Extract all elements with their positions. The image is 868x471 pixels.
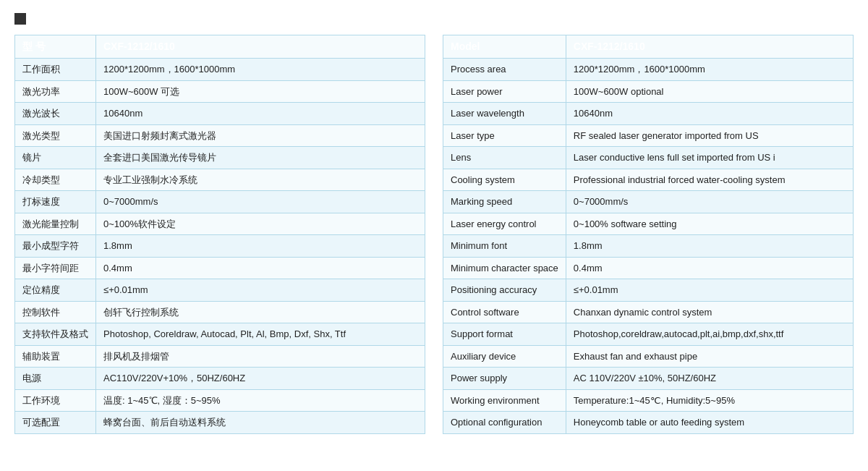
- row-value: 美国进口射频封离式激光器: [96, 124, 425, 147]
- row-label: 打标速度: [15, 191, 96, 213]
- row-value: 0.4mm: [566, 257, 853, 279]
- table-row: Process area1200*1200mm，1600*1000mm: [443, 59, 854, 81]
- table-row: 支持软件及格式Photoshop, Coreldraw, Autocad, Pl…: [15, 323, 425, 346]
- row-label: 辅助装置: [15, 345, 96, 368]
- row-label: Auxiliary device: [443, 345, 566, 368]
- row-value: Temperature:1~45℃, Humidity:5~95%: [566, 389, 853, 412]
- row-value: Photoshop,coreldraw,autocad,plt,ai,bmp,d…: [566, 323, 853, 346]
- row-label: Optional configuration: [443, 412, 566, 434]
- row-label: Laser power: [443, 80, 566, 103]
- row-label: 电源: [15, 368, 96, 390]
- row-label: 工作面积: [15, 59, 96, 81]
- table-row: Minimum character space0.4mm: [443, 257, 854, 279]
- row-value: 100W~600W 可选: [96, 80, 425, 103]
- row-value: AC110V/220V+10%，50HZ/60HZ: [96, 368, 425, 390]
- row-value: Chanxan dynamic control system: [566, 301, 853, 323]
- row-label: Lens: [443, 147, 566, 169]
- table-row: Laser typeRF sealed laser generator impo…: [443, 124, 854, 147]
- row-label: Minimum character space: [443, 257, 566, 279]
- row-label: Laser energy control: [443, 213, 566, 235]
- row-value: Honeycomb table or auto feeding system: [566, 412, 853, 434]
- table-row: 最小成型字符1.8mm: [15, 235, 425, 258]
- table-row: Positioning accuracy≤+0.01mm: [443, 279, 854, 302]
- table-row: LensLaser conductive lens full set impor…: [443, 147, 854, 169]
- row-value: 1200*1200mm，1600*1000mm: [566, 59, 853, 81]
- row-value: Laser conductive lens full set imported …: [566, 147, 853, 169]
- row-value: 0~7000mm/s: [96, 191, 425, 213]
- table-row: Optional configurationHoneycomb table or…: [443, 412, 854, 434]
- table-row: 电源AC110V/220V+10%，50HZ/60HZ: [15, 368, 425, 390]
- row-value: 1.8mm: [96, 235, 425, 258]
- row-label: 冷却类型: [15, 169, 96, 191]
- row-value: 1.8mm: [566, 235, 853, 258]
- table-row: 控制软件创轩飞行控制系统: [15, 301, 425, 323]
- row-label: Positioning accuracy: [443, 279, 566, 302]
- header-label: Model: [443, 35, 566, 59]
- table-row: 辅助装置排风机及排烟管: [15, 345, 425, 368]
- table-row: Working environmentTemperature:1~45℃, Hu…: [443, 389, 854, 412]
- row-label: 最小字符间距: [15, 257, 96, 279]
- table-row: 工作面积1200*1200mm，1600*1000mm: [15, 59, 425, 81]
- table-row: 镜片全套进口美国激光传导镜片: [15, 147, 425, 169]
- table-row: 工作环境温度: 1~45℃, 湿度：5~95%: [15, 389, 425, 412]
- row-value: 蜂窝台面、前后自动送料系统: [96, 412, 425, 434]
- row-value: 0~7000mm/s: [566, 191, 853, 213]
- table-row: 最小字符间距0.4mm: [15, 257, 425, 279]
- row-value: RF sealed laser generator imported from …: [566, 124, 853, 147]
- table-row: 激光波长10640nm: [15, 103, 425, 125]
- header-value: CXF-1212/1610: [566, 35, 853, 59]
- row-label: 激光类型: [15, 124, 96, 147]
- chinese-spec-table: 型 号CXF-1212/1610工作面积1200*1200mm，1600*100…: [14, 35, 425, 434]
- row-label: Power supply: [443, 368, 566, 390]
- row-label: Laser type: [443, 124, 566, 147]
- row-label: 激光波长: [15, 103, 96, 125]
- table-row: 打标速度0~7000mm/s: [15, 191, 425, 213]
- row-value: Professional industrial forced water-coo…: [566, 169, 853, 191]
- table-row: Minimum font1.8mm: [443, 235, 854, 258]
- page-title-row: [14, 13, 854, 25]
- table-row: 激光类型美国进口射频封离式激光器: [15, 124, 425, 147]
- title-icon: [14, 13, 26, 25]
- table-row: Auxiliary deviceExhaust fan and exhaust …: [443, 345, 854, 368]
- row-label: 可选配置: [15, 412, 96, 434]
- row-value: ≤+0.01mm: [566, 279, 853, 302]
- tables-row: 型 号CXF-1212/1610工作面积1200*1200mm，1600*100…: [14, 35, 854, 434]
- row-label: Process area: [443, 59, 566, 81]
- row-label: Minimum font: [443, 235, 566, 258]
- row-value: AC 110V/220V ±10%, 50HZ/60HZ: [566, 368, 853, 390]
- table-row: 可选配置蜂窝台面、前后自动送料系统: [15, 412, 425, 434]
- table-row: 冷却类型专业工业强制水冷系统: [15, 169, 425, 191]
- header-value: CXF-1212/1610: [96, 35, 425, 59]
- row-value: 0.4mm: [96, 257, 425, 279]
- row-value: 1200*1200mm，1600*1000mm: [96, 59, 425, 81]
- table-row: Control softwareChanxan dynamic control …: [443, 301, 854, 323]
- row-label: Control software: [443, 301, 566, 323]
- row-label: Laser wavelength: [443, 103, 566, 125]
- row-value: 专业工业强制水冷系统: [96, 169, 425, 191]
- row-value: 排风机及排烟管: [96, 345, 425, 368]
- row-label: 定位精度: [15, 279, 96, 302]
- table-header-row: 型 号CXF-1212/1610: [15, 35, 425, 59]
- row-label: Marking speed: [443, 191, 566, 213]
- row-value: 0~100% software setting: [566, 213, 853, 235]
- row-label: 激光能量控制: [15, 213, 96, 235]
- row-value: 0~100%软件设定: [96, 213, 425, 235]
- row-value: 10640nm: [96, 103, 425, 125]
- row-value: 100W~600W optional: [566, 80, 853, 103]
- row-value: ≤+0.01mm: [96, 279, 425, 302]
- english-spec-table: ModelCXF-1212/1610Process area1200*1200m…: [443, 35, 854, 434]
- row-label: 支持软件及格式: [15, 323, 96, 346]
- row-value: Photoshop, Coreldraw, Autocad, Plt, Al, …: [96, 323, 425, 346]
- row-label: 镜片: [15, 147, 96, 169]
- header-label: 型 号: [15, 35, 96, 59]
- table-row: Laser power100W~600W optional: [443, 80, 854, 103]
- table-row: 激光功率100W~600W 可选: [15, 80, 425, 103]
- row-label: Working environment: [443, 389, 566, 412]
- table-row: 定位精度≤+0.01mm: [15, 279, 425, 302]
- row-label: 最小成型字符: [15, 235, 96, 258]
- row-label: Cooling system: [443, 169, 566, 191]
- table-row: Support formatPhotoshop,coreldraw,autoca…: [443, 323, 854, 346]
- table-row: 激光能量控制0~100%软件设定: [15, 213, 425, 235]
- row-value: 创轩飞行控制系统: [96, 301, 425, 323]
- table-row: Power supplyAC 110V/220V ±10%, 50HZ/60HZ: [443, 368, 854, 390]
